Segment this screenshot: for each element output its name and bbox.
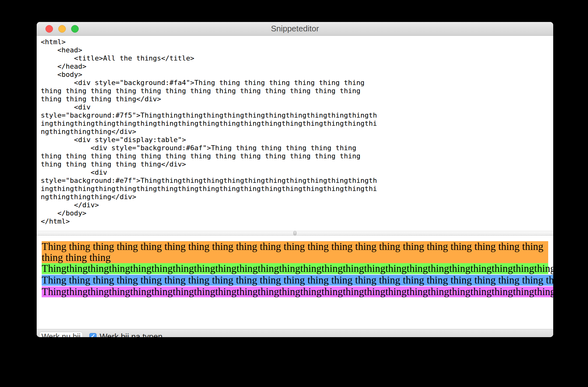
preview-blue-div: Thing thing thing thing thing thing thin…: [42, 275, 553, 286]
preview-orange-div: Thing thing thing thing thing thing thin…: [42, 241, 548, 263]
pane-splitter[interactable]: [37, 231, 553, 236]
preview-magenta-div: Thingthingthingthingthingthingthingthing…: [42, 286, 553, 297]
update-now-button[interactable]: Werk nu bij: [39, 332, 83, 337]
title-bar[interactable]: Snippeteditor: [37, 22, 553, 36]
code-editor[interactable]: <html> <head> <title>All the things</tit…: [37, 36, 553, 231]
preview-green-div: Thingthingthingthingthingthingthingthing…: [42, 263, 548, 274]
splitter-handle-icon[interactable]: [293, 231, 297, 236]
checkbox-label: Werk bij na typen: [100, 332, 162, 337]
code-text[interactable]: <html> <head> <title>All the things</tit…: [37, 36, 553, 225]
checkmark-icon: ✓: [91, 333, 95, 337]
update-after-typing-checkbox[interactable]: ✓: [89, 333, 97, 337]
bottom-toolbar: Werk nu bij ✓ Werk bij na typen: [37, 329, 553, 337]
screenshot-canvas: { "window": { "title": "Snippeteditor" }…: [0, 0, 588, 387]
window-title: Snippeteditor: [37, 22, 553, 35]
rendered-preview-pane: Thing thing thing thing thing thing thin…: [37, 236, 553, 329]
snippeteditor-window: Snippeteditor <html> <head> <title>All t…: [37, 22, 553, 337]
